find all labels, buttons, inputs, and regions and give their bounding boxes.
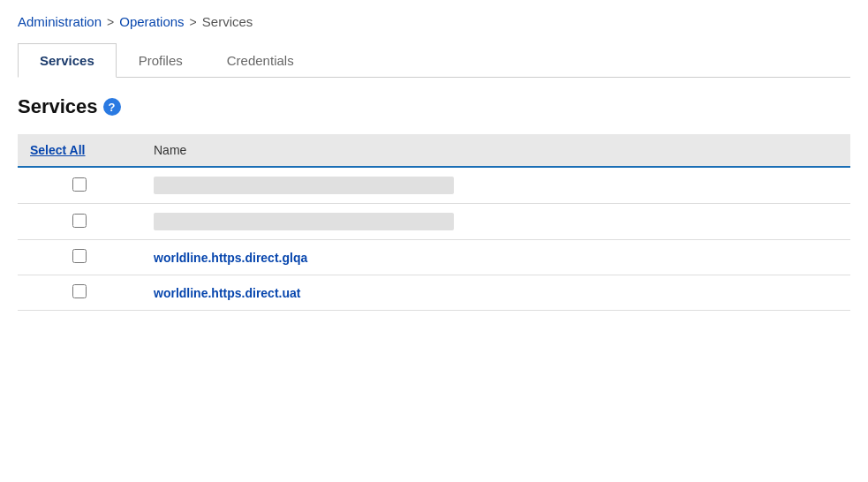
breadcrumb: Administration > Operations > Services (18, 14, 850, 29)
service-link-uat[interactable]: worldline.https.direct.uat (154, 286, 300, 300)
checkbox-cell-3 (18, 240, 141, 275)
service-name-cell-2 (141, 204, 850, 240)
breadcrumb-operations[interactable]: Operations (119, 14, 184, 29)
breadcrumb-sep-2: > (190, 15, 197, 29)
row-checkbox-2[interactable] (72, 214, 87, 228)
tab-bar: Services Profiles Credentials (18, 43, 850, 78)
column-header-select: Select All (18, 134, 141, 167)
row-checkbox-4[interactable] (72, 284, 87, 298)
redacted-service-2 (154, 213, 454, 230)
help-icon[interactable]: ? (103, 98, 121, 116)
service-name-cell-4: worldline.https.direct.uat (141, 275, 850, 311)
breadcrumb-current: Services (202, 14, 253, 29)
select-all-link[interactable]: Select All (30, 143, 86, 157)
table-row: worldline.https.direct.glqa (18, 240, 850, 275)
table-row (18, 204, 850, 240)
checkbox-cell-2 (18, 204, 141, 240)
checkbox-cell-4 (18, 275, 141, 311)
page-heading-area: Services ? (18, 95, 850, 118)
redacted-service-1 (154, 177, 454, 194)
tab-profiles[interactable]: Profiles (117, 43, 205, 78)
breadcrumb-sep-1: > (107, 15, 114, 29)
checkbox-cell-1 (18, 167, 141, 204)
breadcrumb-administration[interactable]: Administration (18, 14, 102, 29)
page-title: Services (18, 95, 98, 118)
table-row (18, 167, 850, 204)
service-name-cell-1 (141, 167, 850, 204)
tab-credentials[interactable]: Credentials (205, 43, 316, 78)
column-header-name: Name (141, 134, 850, 167)
row-checkbox-3[interactable] (72, 249, 87, 263)
service-name-cell-3: worldline.https.direct.glqa (141, 240, 850, 275)
table-row: worldline.https.direct.uat (18, 275, 850, 311)
service-link-glqa[interactable]: worldline.https.direct.glqa (154, 251, 307, 265)
services-table: Select All Name (18, 134, 850, 311)
tab-services[interactable]: Services (18, 43, 117, 78)
table-header-row: Select All Name (18, 134, 850, 167)
row-checkbox-1[interactable] (72, 177, 87, 192)
